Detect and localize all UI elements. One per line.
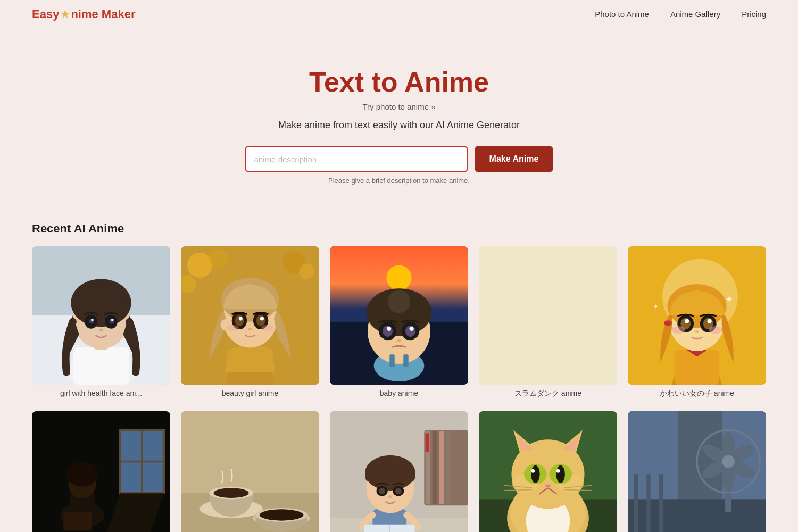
svg-point-48: [372, 337, 385, 348]
gallery-item-5[interactable]: ✦ ✦ かわいい女の子 anime: [628, 246, 766, 398]
svg-point-32: [261, 325, 274, 331]
svg-point-16: [209, 250, 228, 268]
svg-text:✦: ✦: [653, 302, 659, 311]
navbar: Easy nime Maker Photo to Anime Anime Gal…: [0, 0, 798, 29]
gallery-img-5: ✦ ✦: [628, 246, 766, 385]
hero-description: Make anime from text easily with our AI …: [11, 120, 787, 131]
hint-text: Please give a brief description to make …: [11, 177, 787, 185]
svg-point-122: [531, 469, 535, 473]
svg-point-65: [708, 319, 712, 323]
logo-text-2: nime Maker: [71, 7, 135, 21]
nav-links: Photo to Anime Anime Gallery Pricing: [595, 10, 766, 19]
anime-description-input[interactable]: [245, 146, 468, 172]
logo-text-1: Easy: [32, 7, 59, 21]
gallery-item-10[interactable]: [628, 411, 766, 532]
svg-point-18: [299, 264, 314, 279]
svg-point-121: [556, 466, 565, 483]
gallery-label-5: かわいい女の子 anime: [660, 389, 734, 398]
svg-point-15: [187, 253, 212, 278]
svg-point-29: [260, 317, 264, 320]
gallery-item-6[interactable]: [32, 411, 170, 532]
svg-point-107: [379, 488, 385, 494]
svg-point-64: [685, 319, 689, 323]
svg-rect-96: [426, 433, 429, 452]
svg-rect-94: [439, 431, 444, 504]
gallery-item-8[interactable]: [330, 411, 468, 532]
gallery-item-1[interactable]: girl with health face ani...: [32, 246, 170, 398]
gallery-label-3: baby anime: [380, 389, 418, 397]
photo-to-anime-link[interactable]: Try photo to anime »: [362, 102, 435, 111]
svg-rect-80: [63, 512, 92, 530]
svg-point-45: [387, 327, 391, 331]
svg-line-125: [504, 490, 532, 491]
svg-rect-59: [664, 320, 672, 325]
gallery-label-1: girl with health face ani...: [60, 389, 142, 397]
svg-point-109: [388, 495, 392, 498]
gallery-img-10: [628, 411, 766, 532]
svg-point-67: [671, 326, 685, 334]
svg-rect-51: [403, 354, 408, 367]
svg-rect-3: [73, 347, 129, 385]
svg-rect-143: [725, 493, 732, 512]
svg-point-11: [91, 319, 94, 321]
search-area: Make Anime: [11, 146, 787, 172]
svg-point-123: [556, 469, 560, 473]
hero-section: Text to Anime Try photo to anime » Make …: [0, 29, 798, 206]
gallery-img-9: [479, 411, 617, 532]
logo[interactable]: Easy nime Maker: [32, 7, 135, 21]
svg-point-35: [386, 265, 411, 290]
recent-section: Recent AI Anime: [0, 206, 798, 532]
svg-point-120: [531, 466, 540, 483]
svg-point-26: [235, 315, 244, 326]
svg-point-66: [695, 330, 699, 333]
svg-point-13: [99, 329, 103, 331]
svg-point-104: [365, 455, 415, 491]
gallery-row-2: [32, 411, 766, 532]
gallery-img-2: [181, 246, 319, 385]
svg-rect-91: [424, 430, 468, 505]
make-anime-button[interactable]: Make Anime: [475, 146, 554, 172]
gallery-label-4: スラムダンク anime: [514, 389, 581, 398]
svg-point-30: [248, 328, 252, 331]
svg-rect-93: [433, 431, 437, 504]
gallery-item-3[interactable]: baby anime: [330, 246, 468, 398]
gallery-img-7: [181, 411, 319, 532]
svg-point-79: [66, 462, 98, 487]
svg-point-12: [111, 319, 114, 321]
svg-point-142: [722, 455, 735, 468]
svg-rect-95: [446, 431, 450, 504]
gallery-img-4: [479, 246, 617, 385]
svg-point-86: [213, 488, 248, 498]
svg-point-49: [413, 337, 426, 348]
svg-point-47: [397, 339, 401, 342]
gallery-img-6: [32, 411, 170, 532]
logo-star-icon: [60, 10, 70, 19]
nav-pricing[interactable]: Pricing: [742, 10, 766, 19]
nav-anime-gallery[interactable]: Anime Gallery: [670, 10, 720, 19]
svg-rect-132: [634, 474, 638, 532]
gallery-img-1: [32, 246, 170, 385]
svg-point-27: [256, 315, 265, 326]
svg-point-46: [410, 327, 414, 331]
svg-point-31: [226, 325, 239, 331]
svg-rect-52: [479, 246, 617, 385]
gallery-item-7[interactable]: [181, 411, 319, 532]
svg-rect-50: [389, 354, 394, 367]
hero-title: Text to Anime: [11, 66, 787, 98]
gallery-item-2[interactable]: beauty girl anime: [181, 246, 319, 398]
svg-point-68: [709, 326, 722, 334]
nav-photo-to-anime[interactable]: Photo to Anime: [595, 10, 649, 19]
svg-rect-134: [659, 474, 663, 532]
hero-subtitle: Try photo to anime »: [11, 102, 787, 111]
svg-point-40: [388, 290, 411, 313]
gallery-item-4[interactable]: スラムダンク anime: [479, 246, 617, 398]
gallery-row-1: girl with health face ani...: [32, 246, 766, 398]
recent-title: Recent AI Anime: [32, 222, 766, 236]
svg-point-108: [395, 488, 402, 494]
gallery-item-9[interactable]: [479, 411, 617, 532]
gallery-img-3: [330, 246, 468, 385]
svg-line-127: [564, 490, 592, 491]
svg-point-28: [239, 317, 243, 320]
gallery-label-2: beauty girl anime: [222, 389, 279, 397]
svg-rect-133: [646, 474, 650, 532]
